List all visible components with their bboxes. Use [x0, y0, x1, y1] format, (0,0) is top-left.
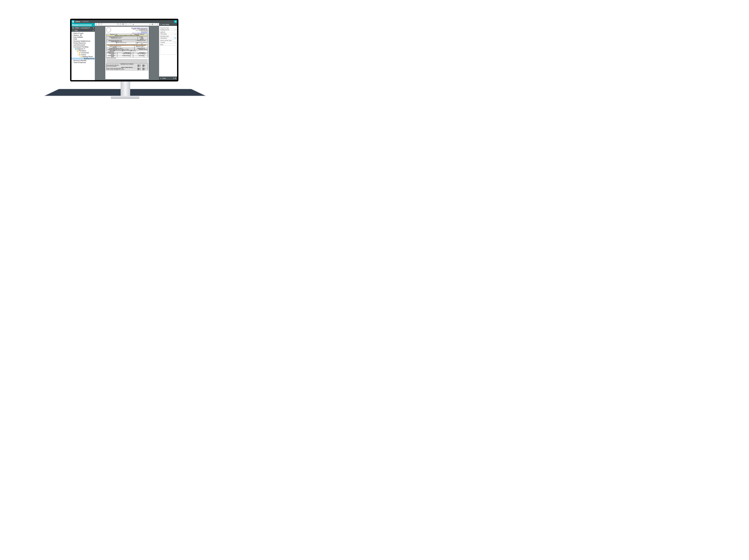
svg-rect-35: [122, 24, 123, 25]
tree-item-label: Services & Benefits: [73, 60, 86, 61]
svg-rect-25: [101, 24, 102, 25]
svg-text:A: A: [128, 23, 129, 25]
copy-icon[interactable]: [98, 23, 100, 25]
tree-item-label: Law Enforcement: [73, 44, 85, 46]
redact-icon[interactable]: [132, 23, 134, 25]
tree-item[interactable]: Fish & Wildlife: [71, 36, 95, 38]
svg-marker-13: [72, 45, 73, 45]
thumbnails-icon[interactable]: [122, 23, 124, 25]
tree-item-label: Finance - AP: [73, 35, 82, 36]
tree-item-label: License: [81, 54, 86, 55]
list-view-icon[interactable]: [92, 30, 94, 31]
tree-item-label: Human Resources: [73, 42, 86, 44]
tree-item[interactable]: Building Permit: [71, 56, 95, 58]
cursor-icon[interactable]: [95, 23, 98, 25]
applicant-label: Applicant: [160, 31, 176, 33]
text-icon[interactable]: A: [127, 23, 129, 25]
svg-rect-42: [152, 25, 153, 25]
svg-marker-11: [72, 41, 73, 42]
tree-item[interactable]: Commercial: [71, 52, 95, 54]
tree-item[interactable]: Applicant: P: [71, 48, 95, 50]
caret-right-icon[interactable]: [72, 43, 73, 44]
svg-marker-15: [74, 49, 75, 49]
search-input[interactable]: [72, 24, 92, 26]
delete-icon[interactable]: [156, 23, 158, 25]
search-bar: [71, 23, 95, 27]
lic-type-select[interactable]: License: [160, 41, 176, 43]
svg-rect-37: [125, 23, 126, 25]
tree-item[interactable]: FOIA: [71, 38, 95, 40]
unfiled-label: Unfiled - Licensing & P...: [74, 27, 91, 29]
svg-rect-33: [122, 23, 123, 24]
calendar-icon[interactable]: [174, 38, 176, 39]
svg-marker-21: [72, 60, 73, 61]
viewer-toolbar: A: [95, 23, 159, 26]
tree-item[interactable]: Licensing & Permitting: [71, 46, 95, 48]
tree-item-label: Building Permit: [84, 58, 94, 60]
caret-right-icon[interactable]: [72, 41, 73, 42]
svg-marker-7: [72, 33, 73, 34]
notes-textarea[interactable]: [160, 46, 176, 54]
print-icon[interactable]: [151, 23, 153, 25]
svg-point-2: [73, 30, 73, 30]
caret-down-icon[interactable]: [74, 48, 75, 49]
tree-item[interactable]: License: [71, 54, 95, 56]
caret-right-icon[interactable]: [72, 35, 73, 36]
zoom-in-icon[interactable]: [117, 23, 119, 25]
zoom-out-icon[interactable]: [120, 23, 122, 25]
monitor-frame: etrieve CONTENT Unfiled - Licensing & P.…: [70, 19, 178, 82]
inbox-icon: [72, 27, 74, 29]
applicant-select[interactable]: Phil Askins: [160, 33, 176, 35]
tree-item[interactable]: Building Permit: [71, 58, 95, 60]
tree-item[interactable]: Law Enforcement: [71, 44, 95, 46]
key-fields-panel: Key Fields Document Type Building Permit…: [159, 23, 177, 80]
edit-doc-icon[interactable]: [101, 23, 103, 25]
tree-item-label: Commercial: [81, 52, 89, 53]
svg-marker-17: [76, 51, 77, 51]
tag-icon[interactable]: [130, 23, 132, 25]
svg-rect-40: [152, 24, 153, 24]
caret-down-icon[interactable]: [78, 54, 78, 55]
tree-item[interactable]: Travel & Expenses: [71, 62, 95, 64]
tree-item[interactable]: Human Resources: [71, 42, 95, 44]
caret-right-icon[interactable]: [78, 52, 78, 53]
caret-right-icon[interactable]: [72, 39, 73, 40]
caret-right-icon[interactable]: [72, 37, 73, 38]
caret-right-icon[interactable]: [72, 60, 73, 61]
caret-down-icon[interactable]: [76, 50, 77, 51]
tree-item[interactable]: Finance - AP: [71, 34, 95, 36]
tree-item[interactable]: Services & Benefits: [71, 60, 95, 62]
unfiled-header[interactable]: Unfiled - Licensing & P... 0: [71, 27, 95, 29]
doc-type-select[interactable]: Building Permit: [160, 29, 176, 31]
svg-rect-34: [123, 23, 124, 24]
tree-item[interactable]: Phil Askins: [71, 50, 95, 52]
tree-item[interactable]: Housing & Neighborhood: [71, 40, 95, 42]
caret-down-icon[interactable]: [79, 56, 80, 57]
folder-open-icon: [81, 56, 82, 57]
tree-header[interactable]: Tree: [71, 29, 95, 32]
tree-item-label: Building Permit: [83, 56, 92, 58]
apps-menu-button[interactable]: [71, 20, 74, 23]
download-icon[interactable]: [149, 23, 151, 25]
caret-right-icon[interactable]: [72, 33, 73, 34]
viewer-panel: A BUILDING PERMIT APPLICATION: [95, 23, 159, 80]
add-link-button[interactable]: +: [175, 77, 176, 80]
folder-icon: [79, 52, 80, 53]
document-icon: [82, 58, 84, 60]
caret-right-icon[interactable]: [72, 45, 73, 46]
svg-marker-10: [72, 39, 73, 40]
caret-right-icon[interactable]: [72, 62, 73, 63]
settings-button[interactable]: [174, 20, 177, 23]
svg-rect-47: [174, 38, 176, 39]
page-icon[interactable]: [125, 23, 127, 25]
svg-marker-20: [79, 57, 80, 57]
caret-down-icon[interactable]: [72, 47, 73, 47]
key-icon: [160, 24, 162, 25]
tree-body: Clerk of CourtsFinance - APFish & Wildli…: [71, 32, 95, 80]
links-header[interactable]: Links 0 +: [159, 76, 177, 80]
document-viewport[interactable]: BUILDING PERMIT APPLICATION BUILDING & P…: [95, 26, 159, 80]
folder-icon: [77, 50, 79, 51]
tree-item[interactable]: Clerk of Courts: [71, 32, 95, 34]
share-icon[interactable]: [154, 23, 156, 25]
submitted-date-input[interactable]: [160, 37, 176, 39]
